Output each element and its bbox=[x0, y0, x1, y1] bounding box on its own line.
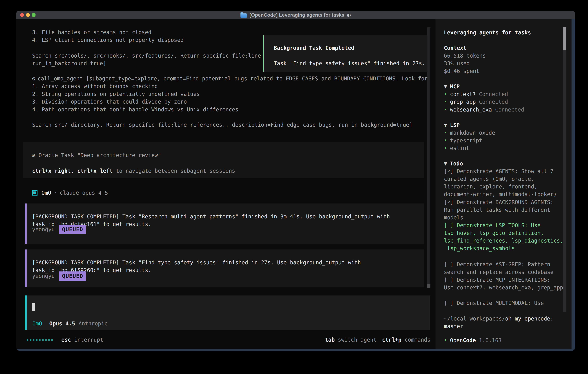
tab-hint: tab switch agent bbox=[325, 336, 377, 344]
mcp-item: •websearch_exaConnected bbox=[444, 106, 524, 114]
tool-call-item: 3. Division operations that could divide… bbox=[32, 98, 187, 105]
context-spent: $0.46 spent bbox=[444, 67, 479, 75]
toast-title: Background Task Completed bbox=[274, 44, 354, 52]
status-dot-icon: • bbox=[444, 337, 447, 344]
tool-call-footer: Search src/ directory. Return specific f… bbox=[32, 121, 412, 129]
oracle-task-title: Oracle Task "Deep architecture review" bbox=[39, 152, 161, 158]
scrollback-line: 3. File handles or streams not closed bbox=[32, 29, 151, 36]
chevron-down-icon: ▼ bbox=[444, 83, 447, 90]
agent-separator: · bbox=[54, 189, 57, 197]
oracle-task-title-row: ◉ Oracle Task "Deep architecture review" bbox=[32, 151, 161, 159]
scrollback-line: Search src/tools/, src/hooks/, src/featu… bbox=[32, 52, 261, 60]
tool-call-item: 1. Array access without bounds checking bbox=[32, 83, 158, 90]
mcp-item: •grep_appConnected bbox=[444, 98, 508, 106]
prompt-input[interactable]: OmO Opus 4.5 Anthropic bbox=[25, 295, 430, 330]
session-title: Leveraging agents for tasks bbox=[444, 29, 531, 36]
agent-square-icon bbox=[32, 190, 37, 196]
tool-call-header: call_omo_agent [subagent_type=explore, p… bbox=[38, 75, 428, 82]
esc-action: interrupt bbox=[71, 336, 103, 344]
hint-text: to navigate between subagent sessions bbox=[113, 168, 235, 174]
tool-call-header-row: ⚙call_omo_agent [subagent_type=explore, … bbox=[32, 75, 428, 83]
todo-item-done: [✓] Demonstrate BACKGROUND AGENTS: Run p… bbox=[444, 198, 553, 221]
app-version-row: • OpenCode 1.0.163 bbox=[444, 337, 502, 344]
sidebar-scrollbar-track[interactable] bbox=[563, 27, 566, 312]
status-badge: QUEUED bbox=[59, 225, 86, 234]
titlebar: [OpenCode] Leveraging agents for tasks ◐ bbox=[16, 11, 575, 19]
todo-item-pending: [ ] Demonstrate MULTIMODAL: Use bbox=[444, 299, 544, 307]
todo-item-active: [ ] Demonstrate LSP TOOLS: Use lsp_hover… bbox=[444, 222, 563, 252]
mcp-section-header[interactable]: ▼MCP bbox=[444, 83, 460, 90]
close-button[interactable] bbox=[20, 13, 24, 17]
terminal-scrollbar-thumb[interactable] bbox=[427, 284, 430, 288]
todo-section-header[interactable]: ▼Todo bbox=[444, 160, 463, 167]
todo-item-done: [✓] Demonstrate AGENTS: Show all 7 curat… bbox=[444, 167, 557, 198]
context-tokens: 66,518 tokens bbox=[444, 52, 486, 60]
app-name: Open bbox=[450, 337, 463, 344]
oracle-task-card[interactable]: ◉ Oracle Task "Deep architecture review"… bbox=[23, 142, 424, 178]
input-meta-row: OmO Opus 4.5 Anthropic bbox=[32, 320, 108, 327]
sidebar-scrollbar-thumb[interactable] bbox=[563, 27, 566, 50]
agent-name: OmO bbox=[42, 189, 51, 197]
window-bottom-edge bbox=[16, 349, 575, 351]
lsp-item: •eslint bbox=[444, 144, 469, 152]
sidebar-pane: Leveraging agents for tasks Context 66,5… bbox=[435, 19, 571, 351]
status-dot-icon: • bbox=[444, 106, 447, 114]
mcp-item: •context7Connected bbox=[444, 90, 508, 98]
message-card: [BACKGROUND TASK COMPLETED] Task "Resear… bbox=[25, 204, 424, 244]
window-right-edge bbox=[571, 19, 575, 351]
lsp-item: •markdown-oxide bbox=[444, 129, 495, 137]
message-card: [BACKGROUND TASK COMPLETED] Task "Find t… bbox=[25, 249, 424, 287]
record-icon: ◉ bbox=[32, 152, 35, 158]
agent-header: OmO · claude-opus-4-5 bbox=[32, 189, 108, 197]
commands-hint: ctrl+p commands bbox=[382, 336, 430, 344]
subagent-nav-hint: ctrl+x right, ctrl+x left to navigate be… bbox=[32, 167, 235, 175]
zoom-button[interactable] bbox=[32, 13, 36, 17]
status-bar-right: tab switch agent ctrl+p commands bbox=[325, 336, 430, 344]
tool-call-item: 2. String operations on potentially unde… bbox=[32, 90, 200, 98]
message-author: yeongyu bbox=[32, 272, 55, 280]
workspace-path: ~/local-workspaces/oh-my-opencode: bbox=[444, 315, 553, 322]
text-cursor bbox=[32, 303, 35, 311]
app-version: 1.0.163 bbox=[479, 337, 502, 344]
status-dot-icon: • bbox=[444, 98, 447, 106]
window-title: [OpenCode] Leveraging agents for tasks bbox=[250, 12, 344, 18]
background-task-toast: Background Task Completed Task "Find typ… bbox=[263, 35, 429, 72]
status-dot-icon: • bbox=[444, 144, 447, 152]
message-author: yeongyu bbox=[32, 226, 55, 233]
toast-body: Task "Find type safety issues" finished … bbox=[274, 60, 425, 67]
hint-keys: ctrl+x right, ctrl+x left bbox=[32, 168, 113, 174]
terminal-scrollbar-track[interactable] bbox=[427, 27, 430, 288]
input-agent: OmO bbox=[32, 320, 42, 327]
window-title-group: [OpenCode] Leveraging agents for tasks ◐ bbox=[241, 12, 351, 18]
chevron-down-icon: ▼ bbox=[444, 160, 447, 167]
status-badge: QUEUED bbox=[59, 271, 86, 280]
status-bar-left: esc interrupt bbox=[27, 336, 103, 344]
esc-key-hint: esc bbox=[61, 336, 71, 344]
context-used: 33% used bbox=[444, 60, 470, 67]
traffic-lights bbox=[20, 13, 36, 17]
scrollback-line: 4. LSP client connections not properly d… bbox=[32, 36, 184, 44]
scrollback-line: run_in_background=true] bbox=[32, 60, 106, 67]
todo-item-pending: [ ] Demonstrate MCP INTEGRATIONS: Use co… bbox=[444, 276, 563, 291]
app-window: [OpenCode] Leveraging agents for tasks ◐… bbox=[16, 11, 575, 351]
lsp-item: •typescript bbox=[444, 137, 482, 144]
input-model: Opus 4.5 bbox=[49, 320, 75, 327]
context-heading: Context bbox=[444, 44, 466, 52]
tool-call-item: 4. Path operations that don't handle Win… bbox=[32, 106, 238, 113]
half-circle-icon: ◐ bbox=[347, 12, 351, 18]
gear-icon: ⚙ bbox=[32, 75, 35, 82]
chevron-down-icon: ▼ bbox=[444, 121, 447, 129]
workspace-branch: master bbox=[444, 322, 463, 330]
spinner-dots bbox=[27, 339, 53, 341]
agent-model: claude-opus-4-5 bbox=[60, 189, 108, 197]
status-dot-icon: • bbox=[444, 137, 447, 144]
status-dot-icon: • bbox=[444, 129, 447, 137]
todo-item-pending: [ ] Demonstrate AST-GREP: Pattern search… bbox=[444, 261, 553, 276]
folder-icon bbox=[241, 13, 247, 18]
lsp-section-header[interactable]: ▼LSP bbox=[444, 121, 460, 129]
minimize-button[interactable] bbox=[26, 13, 30, 17]
status-dot-icon: • bbox=[444, 90, 447, 98]
input-provider: Anthropic bbox=[79, 320, 107, 327]
